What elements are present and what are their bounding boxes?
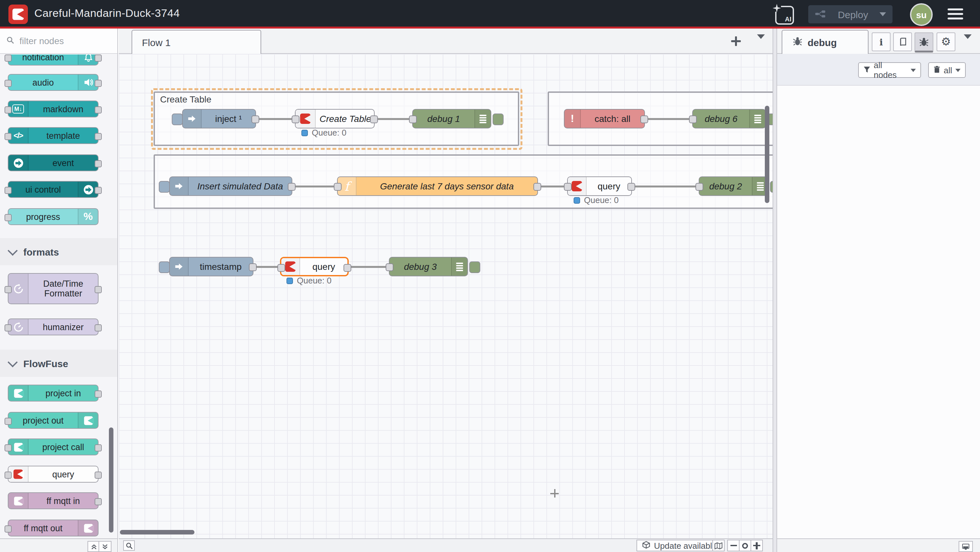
output-port[interactable] <box>249 263 257 271</box>
output-port[interactable] <box>533 183 541 191</box>
sidebar-resize-handle[interactable] <box>773 29 777 552</box>
zoom-in-button[interactable] <box>751 540 763 551</box>
wire[interactable] <box>633 185 697 187</box>
info-tab-button[interactable]: i <box>872 32 891 51</box>
wire[interactable] <box>539 185 566 187</box>
node-debug-6[interactable]: debug 6 <box>692 109 766 128</box>
debug-output-icon <box>451 257 467 276</box>
palette-node-event[interactable]: event <box>8 155 99 171</box>
palette-node-ui-control[interactable]: ui control <box>8 181 99 198</box>
debug-clear-button[interactable]: all <box>928 62 966 78</box>
palette-node-template[interactable]: </> template <box>8 127 99 144</box>
main-menu-icon[interactable] <box>948 8 963 19</box>
deploy-button[interactable]: Deploy <box>808 5 892 23</box>
flow-canvas[interactable]: Create Table inject ¹ Create Tabl <box>119 54 773 538</box>
palette-node-query[interactable]: query <box>8 466 99 483</box>
update-available-button[interactable]: Update available <box>636 540 723 551</box>
sidebar-menu-caret-icon[interactable] <box>964 39 972 51</box>
zoom-reset-button[interactable] <box>739 540 751 551</box>
output-port[interactable] <box>640 115 648 123</box>
app-header: Careful-Mandarin-Duck-3744 AI Deploy su <box>0 0 980 29</box>
exclamation-icon: ! <box>565 110 581 128</box>
wire[interactable] <box>259 118 293 120</box>
help-tab-button[interactable] <box>893 32 912 51</box>
palette-node-datetime-formatter[interactable]: Date/Time Formatter <box>8 273 99 304</box>
node-query-selected[interactable]: query <box>280 257 349 276</box>
minimap-button[interactable] <box>712 540 725 551</box>
node-catch-all[interactable]: ! catch: all <box>564 109 645 128</box>
wire[interactable] <box>376 118 410 120</box>
node-debug-1[interactable]: debug 1 <box>412 109 491 128</box>
output-port[interactable] <box>344 264 351 272</box>
inject-button[interactable] <box>172 113 183 125</box>
debug-toggle-button[interactable] <box>493 113 504 125</box>
debug-tab-button[interactable] <box>915 32 933 53</box>
output-port[interactable] <box>627 183 635 191</box>
ai-assistant-icon[interactable]: AI <box>775 6 794 25</box>
canvas-horizontal-scrollbar[interactable] <box>120 530 194 534</box>
palette-scrollbar[interactable] <box>109 428 113 533</box>
inject-arrow-icon <box>183 110 202 128</box>
deploy-caret-icon[interactable] <box>880 12 886 16</box>
node-timestamp[interactable]: timestamp <box>169 257 253 276</box>
input-port[interactable] <box>386 263 393 271</box>
node-generate-sensor-data[interactable]: f Generate last 7 days sensor data <box>337 176 538 196</box>
palette-node-humanizer[interactable]: humanizer <box>8 319 99 335</box>
input-port[interactable] <box>689 115 697 123</box>
sidebar-tab-debug[interactable]: debug <box>782 30 869 54</box>
debug-toggle-button[interactable] <box>770 181 773 193</box>
wire[interactable] <box>646 118 690 120</box>
user-avatar[interactable]: su <box>910 3 933 26</box>
node-debug-3[interactable]: debug 3 <box>389 257 468 276</box>
node-insert-simulated-data[interactable]: Insert simulated Data <box>169 176 292 196</box>
flow-tab-bar: Flow 1 <box>119 29 773 54</box>
palette-node-notification[interactable]: notification <box>8 54 99 65</box>
search-flows-button[interactable] <box>123 540 135 551</box>
palette-section-flowfuse[interactable]: FlowFuse <box>0 349 117 377</box>
input-port[interactable] <box>695 183 703 191</box>
palette-node-ff-mqtt-out[interactable]: ff mqtt out <box>8 520 99 536</box>
canvas-vertical-scrollbar[interactable] <box>765 106 769 203</box>
input-port[interactable] <box>409 115 417 123</box>
wire[interactable] <box>254 266 279 268</box>
wire[interactable] <box>293 185 336 187</box>
tab-flow-1[interactable]: Flow 1 <box>132 30 261 54</box>
input-port[interactable] <box>277 264 285 272</box>
output-port[interactable] <box>251 115 259 123</box>
debug-toggle-button[interactable] <box>469 262 480 273</box>
node-debug-2[interactable]: debug 2 <box>699 176 769 196</box>
node-query-mid[interactable]: query <box>567 176 632 196</box>
input-port[interactable] <box>564 183 572 191</box>
zoom-out-button[interactable] <box>727 540 740 551</box>
funnel-icon <box>863 65 870 75</box>
open-in-window-button[interactable] <box>959 541 973 552</box>
expand-all-button[interactable] <box>99 541 111 552</box>
input-port[interactable] <box>292 115 299 123</box>
right-sidebar: debug i ⚙ all nodes <box>777 29 980 552</box>
node-create-table[interactable]: Create Table <box>295 109 375 128</box>
palette-node-project-call[interactable]: project call <box>8 439 99 455</box>
palette-node-audio[interactable]: audio <box>8 74 99 91</box>
flow-list-caret-icon[interactable] <box>757 39 765 51</box>
palette-section-formats[interactable]: formats <box>0 238 117 265</box>
palette-node-markdown[interactable]: M↓ markdown <box>8 101 99 117</box>
palette-node-project-out[interactable]: project out <box>8 412 99 429</box>
flowfuse-icon <box>78 413 98 428</box>
node-status: Queue: 0 <box>286 276 331 286</box>
palette-node-list[interactable]: notification audio M↓ markdown <box>0 54 117 538</box>
output-port[interactable] <box>370 115 378 123</box>
palette-node-project-in[interactable]: project in <box>8 384 99 402</box>
canvas-footer: Update available <box>119 538 773 552</box>
debug-filter-button[interactable]: all nodes <box>858 62 921 78</box>
palette-filter[interactable] <box>0 29 117 54</box>
palette-node-ff-mqtt-in[interactable]: ff mqtt in <box>8 492 99 509</box>
palette-filter-input[interactable] <box>18 35 105 47</box>
output-port[interactable] <box>288 183 296 191</box>
inject-button[interactable] <box>159 181 170 193</box>
palette-node-progress[interactable]: progress % <box>8 208 99 225</box>
config-nodes-tab-button[interactable]: ⚙ <box>937 32 955 51</box>
node-inject-1[interactable]: inject ¹ <box>182 109 256 128</box>
wire[interactable] <box>349 266 388 268</box>
inject-button[interactable] <box>159 262 170 273</box>
input-port[interactable] <box>334 183 342 191</box>
